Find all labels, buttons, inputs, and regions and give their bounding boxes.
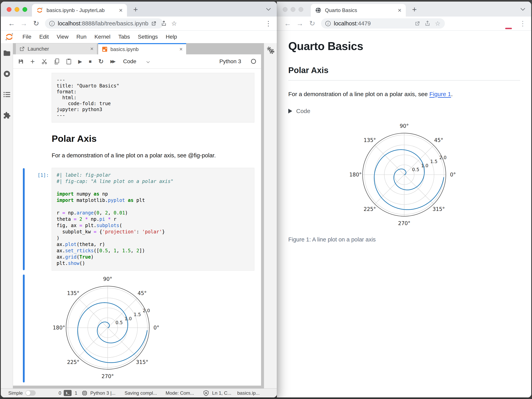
- run-cell-icon[interactable]: ▶: [78, 59, 82, 64]
- cell-collapser[interactable]: [23, 168, 25, 270]
- kernel-chip-icon: [82, 390, 88, 396]
- reload-icon[interactable]: ↻: [30, 19, 42, 28]
- bookmark-star-icon[interactable]: ☆: [435, 20, 441, 27]
- address-bar[interactable]: i localhost:8888/lab/tree/basics.ipynb ☆: [45, 18, 163, 29]
- zoom-window-button[interactable]: [298, 7, 303, 12]
- table-of-contents-icon[interactable]: [3, 92, 10, 98]
- tab-close-icon[interactable]: ×: [119, 7, 123, 13]
- tab-close-icon[interactable]: ×: [179, 46, 183, 52]
- share-icon[interactable]: [161, 20, 167, 26]
- jupyterlab-browser-window: basics.ipynb - JupyterLab × + ← → ↻ i lo…: [1, 2, 277, 397]
- site-info-icon[interactable]: i: [325, 21, 331, 26]
- page-title: Quarto Basics: [288, 40, 520, 53]
- svg-text:180°: 180°: [53, 325, 65, 331]
- restart-kernel-icon[interactable]: ↻: [98, 58, 104, 65]
- back-icon[interactable]: ←: [6, 19, 18, 28]
- section-heading: Polar Axis: [288, 66, 520, 80]
- address-bar[interactable]: i localhost:4479 ☆: [321, 18, 445, 29]
- window-controls: [283, 7, 303, 12]
- menu-item-view[interactable]: View: [53, 34, 72, 40]
- code-fold-disclosure[interactable]: Code: [288, 108, 520, 114]
- minimize-window-button[interactable]: [291, 7, 295, 12]
- property-inspector-icon[interactable]: [266, 46, 275, 55]
- cell-type-chevron-icon[interactable]: [146, 60, 150, 63]
- minimize-window-button[interactable]: [15, 7, 19, 12]
- url-text: localhost:4479: [334, 20, 412, 27]
- quarto-page: Quarto Basics Polar Axis For a demonstra…: [277, 31, 531, 397]
- run-all-icon[interactable]: ▶▶: [110, 59, 116, 64]
- menu-item-edit[interactable]: Edit: [35, 34, 53, 40]
- cut-icon[interactable]: [41, 58, 47, 64]
- browser-menu-icon[interactable]: ⋮: [519, 19, 526, 27]
- menu-item-help[interactable]: Help: [162, 34, 181, 40]
- notebook-panel: + ▶ ■ ↻: [13, 54, 261, 386]
- insert-cell-icon[interactable]: +: [30, 58, 35, 65]
- new-tab-button[interactable]: +: [412, 5, 417, 14]
- menu-item-kernel[interactable]: Kernel: [90, 34, 114, 40]
- extension-manager-icon[interactable]: [3, 112, 11, 119]
- output-collapser[interactable]: [23, 275, 25, 382]
- svg-text:1.0: 1.0: [421, 163, 429, 168]
- menu-item-settings[interactable]: Settings: [134, 34, 162, 40]
- code-cell[interactable]: [1]: #| label: fig-polar#| fig-cap: "A l…: [13, 168, 261, 270]
- copy-icon[interactable]: [54, 58, 60, 64]
- open-in-new-icon[interactable]: [414, 20, 420, 26]
- terminal-icon: $_: [64, 390, 72, 396]
- svg-text:270°: 270°: [101, 373, 114, 379]
- forward-icon[interactable]: →: [18, 19, 30, 28]
- reload-icon[interactable]: ↻: [306, 19, 318, 28]
- jupyter-logo: [5, 33, 13, 41]
- statusbar-filename: basics.ip...: [237, 390, 260, 396]
- tab-notebook[interactable]: basics.ipynb ×: [98, 43, 186, 54]
- tab-launcher[interactable]: Launcher ×: [16, 43, 97, 54]
- globe-favicon: [315, 7, 321, 13]
- paste-icon[interactable]: [66, 58, 71, 64]
- forward-icon[interactable]: →: [294, 19, 306, 28]
- open-in-new-icon[interactable]: [151, 20, 157, 26]
- svg-text:180°: 180°: [349, 172, 362, 178]
- notebook-toolbar: + ▶ ■ ↻: [13, 54, 261, 68]
- save-icon[interactable]: [18, 59, 24, 64]
- disclosure-triangle-icon: [288, 109, 292, 113]
- new-tab-button[interactable]: +: [133, 5, 138, 14]
- kernel-status-icon[interactable]: [251, 59, 256, 64]
- simple-mode-toggle[interactable]: [25, 390, 36, 396]
- kernel-name[interactable]: Python 3: [219, 58, 241, 65]
- close-window-button[interactable]: [7, 7, 12, 12]
- close-window-button[interactable]: [283, 7, 287, 12]
- terminal-count[interactable]: 0: [59, 390, 61, 396]
- menu-item-file[interactable]: File: [19, 34, 35, 40]
- tab-search-chevron-icon[interactable]: [266, 6, 271, 11]
- stop-kernel-icon[interactable]: ■: [89, 59, 92, 64]
- raw-yaml-cell[interactable]: ---title: "Quarto Basics"format: html: c…: [52, 73, 254, 123]
- share-icon[interactable]: [424, 20, 431, 26]
- svg-text:90°: 90°: [400, 123, 409, 129]
- mode-indicator: Mode: Com...: [166, 390, 194, 396]
- tab-search-chevron-icon[interactable]: [520, 6, 525, 11]
- cell-type-select[interactable]: Code: [123, 58, 136, 65]
- trust-shield-icon[interactable]: [203, 390, 209, 396]
- polar-plot-output: 0°45°90°135°180°225°270°315°0.51.01.52.0: [49, 274, 167, 381]
- back-icon[interactable]: ←: [282, 19, 294, 28]
- kernel-status-text[interactable]: Python 3 |...: [90, 390, 115, 396]
- tab-notebook-label: basics.ipynb: [110, 46, 179, 52]
- code-editor[interactable]: #| label: fig-polar#| fig-cap: "A line p…: [52, 168, 254, 270]
- browser-menu-icon[interactable]: ⋮: [265, 19, 272, 27]
- kernel-count[interactable]: 1: [75, 390, 77, 396]
- browser-tab-quarto[interactable]: Quarto Basics ×: [311, 4, 406, 17]
- bookmark-star-icon[interactable]: ☆: [171, 20, 177, 27]
- cursor-position[interactable]: Ln 1, C...: [212, 390, 231, 396]
- tab-close-icon[interactable]: ×: [90, 46, 94, 52]
- menu-item-run[interactable]: Run: [73, 34, 90, 40]
- browser-tab-jupyterlab[interactable]: basics.ipynb - JupyterLab ×: [32, 4, 127, 17]
- window-controls: [7, 7, 27, 12]
- menu-item-tabs[interactable]: Tabs: [114, 34, 134, 40]
- figure-1-link[interactable]: Figure 1: [429, 91, 451, 97]
- file-browser-icon[interactable]: [3, 50, 10, 56]
- jupyterlab-menubar: FileEditViewRunKernelTabsSettingsHelp: [1, 31, 277, 43]
- site-info-icon[interactable]: i: [49, 21, 55, 26]
- running-kernels-icon[interactable]: [3, 70, 10, 77]
- svg-text:225°: 225°: [364, 206, 376, 212]
- zoom-window-button[interactable]: [22, 7, 27, 12]
- tab-close-icon[interactable]: ×: [398, 7, 401, 13]
